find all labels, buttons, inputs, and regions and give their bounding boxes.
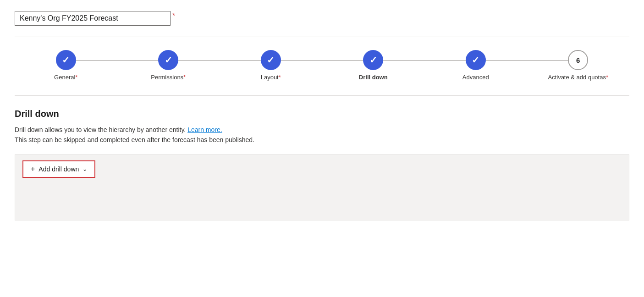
step-circle-advanced[interactable]: ✓ (466, 50, 486, 70)
step-activate[interactable]: 6 Activate & add quotas* (527, 50, 630, 81)
divider-top (15, 37, 629, 37)
checkmark-layout: ✓ (267, 55, 275, 66)
checkmark-permissions: ✓ (165, 55, 172, 66)
description-prefix: Drill down allows you to view the hierar… (15, 126, 186, 133)
step-circle-layout[interactable]: ✓ (261, 50, 281, 70)
section-title: Drill down (15, 109, 629, 119)
step-layout-star: * (279, 74, 281, 81)
step-general-star: * (75, 74, 77, 81)
step-circle-drill-down[interactable]: ✓ (363, 50, 383, 70)
step-label-drill-down: Drill down (359, 74, 388, 81)
add-drill-down-button[interactable]: + Add drill down ⌄ (22, 160, 95, 178)
drill-down-panel: + Add drill down ⌄ (15, 154, 629, 220)
step-number-activate: 6 (576, 56, 580, 64)
step-advanced[interactable]: ✓ Advanced (424, 50, 527, 81)
stepper-row: ✓ General* ✓ Permissions* ✓ (15, 50, 629, 81)
stepper: ✓ General* ✓ Permissions* ✓ (15, 50, 629, 81)
step-activate-star: * (606, 74, 608, 81)
step-label-general: General* (54, 74, 77, 81)
step-general[interactable]: ✓ General* (15, 50, 117, 81)
forecast-title-input[interactable] (15, 11, 171, 26)
checkmark-general: ✓ (62, 55, 70, 66)
drill-down-content-area (15, 183, 629, 220)
step-label-permissions: Permissions* (151, 74, 186, 81)
page-container: * ✓ General* ✓ Permissions* (0, 0, 644, 297)
step-label-activate: Activate & add quotas* (548, 74, 608, 81)
drill-down-section: Drill down Drill down allows you to view… (15, 109, 629, 220)
step-permissions[interactable]: ✓ Permissions* (117, 50, 220, 81)
divider-bottom (15, 95, 629, 96)
step-circle-permissions[interactable]: ✓ (158, 50, 178, 70)
step-circle-general[interactable]: ✓ (56, 50, 76, 70)
title-row: * (15, 11, 629, 26)
description-suffix: This step can be skipped and completed e… (15, 136, 254, 143)
step-drill-down[interactable]: ✓ Drill down (322, 50, 425, 81)
checkmark-advanced: ✓ (472, 55, 479, 66)
step-label-advanced: Advanced (462, 74, 489, 81)
checkmark-drill-down: ✓ (369, 55, 377, 66)
step-circle-activate[interactable]: 6 (568, 50, 588, 70)
step-layout[interactable]: ✓ Layout* (220, 50, 322, 81)
learn-more-link[interactable]: Learn more. (187, 126, 222, 133)
step-permissions-star: * (183, 74, 186, 81)
step-label-layout: Layout* (261, 74, 281, 81)
chevron-down-icon: ⌄ (83, 166, 87, 172)
section-description: Drill down allows you to view the hierar… (15, 125, 629, 145)
add-drill-down-label: Add drill down (39, 165, 79, 173)
title-required-star: * (172, 12, 175, 20)
plus-icon: + (31, 165, 35, 173)
